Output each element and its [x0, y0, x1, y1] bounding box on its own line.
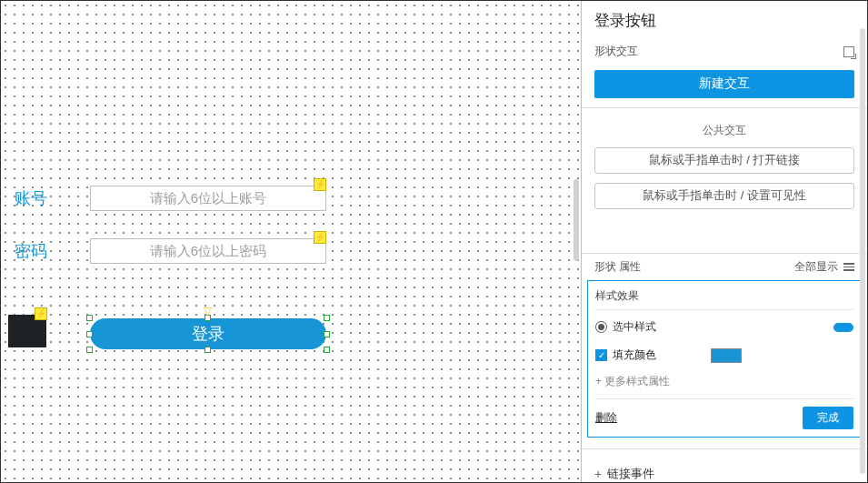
properties-panel: 登录按钮 形状交互 新建交互 公共交互 鼠标或手指单击时 / 打开链接 鼠标或手…	[581, 1, 867, 482]
selection-handle[interactable]	[86, 347, 93, 353]
selection-handle[interactable]	[324, 347, 330, 353]
bolt-icon: ⚡	[314, 231, 326, 244]
menu-icon[interactable]	[843, 263, 854, 271]
more-style-props[interactable]: + 更多样式属性	[595, 370, 853, 398]
account-label: 账号	[15, 187, 47, 209]
panel-title: 登录按钮	[582, 1, 867, 38]
account-input[interactable]: 请输入6位以上账号	[90, 186, 326, 211]
selection-handle[interactable]	[205, 347, 211, 353]
bolt-icon: ⚡	[35, 307, 47, 320]
link-event-label: 链接事件	[607, 466, 654, 482]
canvas-scrollbar[interactable]	[574, 179, 579, 261]
section-shape-interaction: 形状交互	[582, 38, 867, 65]
checkbox-fill-color[interactable]: ✓	[595, 349, 607, 361]
done-button[interactable]: 完成	[803, 407, 853, 429]
password-placeholder: 请输入6位以上密码	[150, 243, 266, 260]
interaction-header: 形状交互	[594, 44, 638, 59]
new-interaction-button[interactable]: 新建交互	[594, 70, 854, 98]
expand-icon[interactable]	[843, 46, 854, 57]
selection-handle[interactable]	[86, 315, 93, 321]
plus-icon: +	[594, 467, 602, 481]
design-canvas[interactable]: 账号 密码 请输入6位以上账号 ⚡ 请输入6位以上密码 ⚡ ⚡ 登录 ▽	[1, 1, 581, 482]
rotate-marker-icon[interactable]: ▽	[204, 306, 213, 315]
login-button[interactable]: 登录	[90, 318, 326, 349]
password-input[interactable]: 请输入6位以上密码	[90, 238, 326, 264]
delete-button[interactable]: 删除	[595, 410, 617, 426]
password-label: 密码	[15, 240, 47, 262]
selected-style-label: 选中样式	[613, 319, 656, 335]
selection-handle[interactable]	[86, 331, 93, 337]
public-option-open-link[interactable]: 鼠标或手指单击时 / 打开链接	[594, 147, 854, 174]
section-shape-props: 形状 属性 全部显示	[582, 253, 867, 280]
panel-scrollbar[interactable]	[860, 28, 865, 474]
shape-props-label: 形状 属性	[594, 259, 641, 275]
bolt-icon: ⚡	[314, 178, 326, 191]
style-effect-header: 样式效果	[595, 281, 853, 310]
account-placeholder: 请输入6位以上账号	[150, 190, 266, 207]
fill-color-label: 填充颜色	[613, 347, 656, 363]
radio-icon[interactable]	[595, 321, 607, 333]
show-all-label[interactable]: 全部显示	[794, 259, 838, 275]
color-swatch[interactable]	[711, 348, 742, 363]
selection-handle[interactable]	[324, 331, 330, 337]
style-effect-box: 样式效果 选中样式 ✓ 填充颜色 + 更多样式属性 删除 完成	[587, 280, 862, 438]
toggle-switch[interactable]	[833, 323, 853, 332]
add-link-event[interactable]: + 链接事件	[582, 457, 867, 482]
public-interaction-header: 公共交互	[582, 117, 867, 147]
selection-handle[interactable]	[324, 315, 330, 321]
public-option-set-visibility[interactable]: 鼠标或手指单击时 / 设置可见性	[594, 183, 854, 209]
login-text: 登录	[192, 323, 224, 345]
